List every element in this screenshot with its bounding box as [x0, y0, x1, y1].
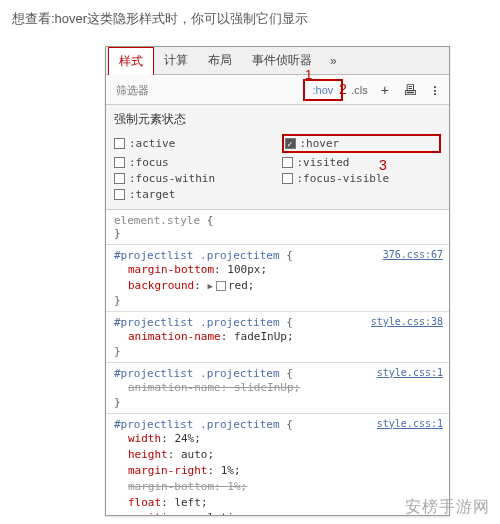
devtools-tabs: 样式 计算 布局 事件侦听器 »	[106, 47, 449, 75]
state-visited[interactable]: :visited	[282, 156, 442, 169]
css-rules-list: element.style { } #projectlist .projecti…	[106, 210, 449, 516]
prop-name[interactable]: background	[128, 279, 194, 292]
checkbox-focus-within[interactable]	[114, 173, 125, 184]
selector: #projectlist .projectitem	[114, 367, 280, 380]
state-focus[interactable]: :focus	[114, 156, 274, 169]
selector: #projectlist .projectitem	[114, 316, 280, 329]
css-rule[interactable]: #projectlist .projectitem { style.css:38…	[106, 312, 449, 363]
prop-name[interactable]: animation-name	[128, 381, 221, 394]
state-focus-within[interactable]: :focus-within	[114, 172, 274, 185]
annotation-3: 3	[379, 157, 387, 173]
state-label: :focus	[129, 156, 169, 169]
css-rule[interactable]: #projectlist .projectitem { style.css:1 …	[106, 414, 449, 516]
checkbox-target[interactable]	[114, 189, 125, 200]
filter-input[interactable]	[112, 82, 258, 98]
state-target[interactable]: :target	[114, 188, 274, 201]
prop-name[interactable]: width	[128, 432, 161, 445]
expand-icon[interactable]: ▶	[207, 280, 212, 293]
more-icon[interactable]: ⫶	[426, 80, 443, 100]
prop-name[interactable]: float	[128, 496, 161, 509]
checkbox-focus[interactable]	[114, 157, 125, 168]
source-link[interactable]: 376.css:67	[383, 249, 443, 260]
prop-name[interactable]: position	[128, 511, 181, 516]
watermark: 安榜手游网	[405, 497, 490, 518]
selector: element.style	[114, 214, 200, 227]
tab-layout[interactable]: 布局	[198, 47, 242, 74]
tab-computed[interactable]: 计算	[154, 47, 198, 74]
color-swatch[interactable]	[216, 281, 226, 291]
prop-name[interactable]: animation-name	[128, 330, 221, 343]
state-label: :active	[129, 137, 175, 150]
tabs-overflow-icon[interactable]: »	[322, 50, 345, 72]
source-link[interactable]: style.css:1	[377, 418, 443, 429]
state-label: :hover	[300, 137, 340, 150]
force-states-panel: 强制元素状态 :active ✓ :hover :focus :visited …	[106, 105, 449, 210]
prop-name[interactable]: margin-bottom	[128, 480, 214, 493]
devtools-panel: 样式 计算 布局 事件侦听器 » :hov .cls + 🖶 ⫶ 强制元素状态 …	[105, 46, 450, 516]
annotation-2: 2	[339, 81, 347, 97]
prop-value[interactable]: left	[174, 496, 201, 509]
prop-value[interactable]: relative	[194, 511, 247, 516]
caption-text: 想查看:hover这类隐形样式时，你可以强制它们显示	[0, 0, 500, 38]
state-focus-visible[interactable]: :focus-visible	[282, 172, 442, 185]
checkbox-hover[interactable]: ✓	[285, 138, 296, 149]
css-rule[interactable]: #projectlist .projectitem { 376.css:67 m…	[106, 245, 449, 312]
state-label: :target	[129, 188, 175, 201]
prop-value[interactable]: slideInUp	[234, 381, 294, 394]
source-link[interactable]: style.css:1	[377, 367, 443, 378]
tab-styles[interactable]: 样式	[108, 47, 154, 75]
prop-name[interactable]: height	[128, 448, 168, 461]
inline-style-rule[interactable]: element.style { }	[106, 210, 449, 245]
force-states-title: 强制元素状态	[114, 111, 441, 128]
annotation-1: 1	[305, 67, 312, 82]
prop-value[interactable]: 24%	[174, 432, 194, 445]
new-rule-icon[interactable]: +	[376, 80, 394, 100]
state-label: :focus-within	[129, 172, 215, 185]
css-rule[interactable]: #projectlist .projectitem { style.css:1 …	[106, 363, 449, 414]
styles-toolbar: :hov .cls + 🖶 ⫶	[106, 75, 449, 105]
prop-value[interactable]: 100px	[227, 263, 260, 276]
checkbox-active[interactable]	[114, 138, 125, 149]
source-link[interactable]: style.css:38	[371, 316, 443, 327]
state-active[interactable]: :active	[114, 134, 274, 153]
prop-value[interactable]: fadeInUp	[234, 330, 287, 343]
prop-value[interactable]: auto	[181, 448, 208, 461]
state-label: :focus-visible	[297, 172, 390, 185]
checkbox-focus-visible[interactable]	[282, 173, 293, 184]
prop-name[interactable]: margin-right	[128, 464, 207, 477]
state-label: :visited	[297, 156, 350, 169]
selector: #projectlist .projectitem	[114, 249, 280, 262]
cls-toggle[interactable]: .cls	[347, 82, 372, 98]
selector: #projectlist .projectitem	[114, 418, 280, 431]
state-hover[interactable]: ✓ :hover	[282, 134, 442, 153]
prop-value[interactable]: red	[228, 279, 248, 292]
checkbox-visited[interactable]	[282, 157, 293, 168]
prop-name[interactable]: margin-bottom	[128, 263, 214, 276]
prop-value[interactable]: 1%	[221, 464, 234, 477]
print-icon[interactable]: 🖶	[398, 80, 422, 100]
prop-value[interactable]: 1%	[227, 480, 240, 493]
